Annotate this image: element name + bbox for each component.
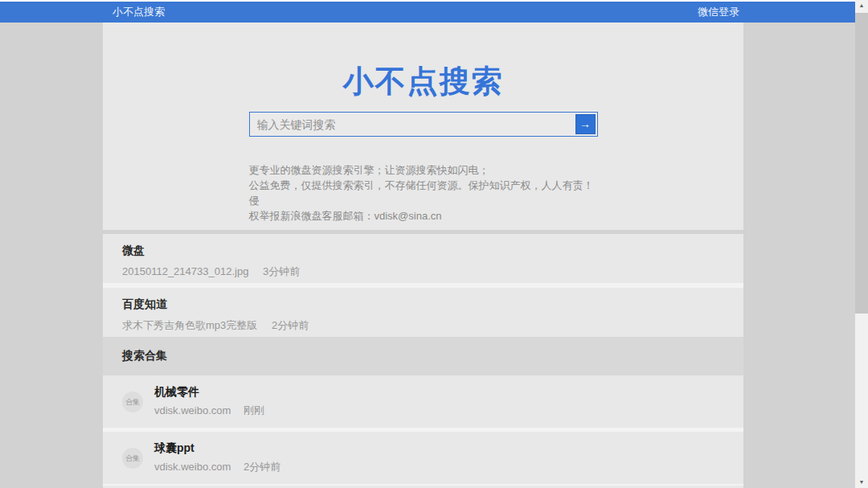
result-filename[interactable]: 求木下秀吉角色歌mp3完整版 [122, 319, 257, 331]
collection-timestamp: 刚刚 [244, 404, 264, 416]
collections-heading: 搜索合集 [103, 337, 743, 375]
section-heading: 百度知道 [122, 297, 724, 312]
search-input[interactable] [250, 113, 597, 136]
navbar-brand-link[interactable]: 小不点搜索 [113, 5, 165, 19]
arrow-right-icon: → [579, 117, 591, 130]
collection-text: 机械零件 vdisk.weibo.com 刚刚 [154, 385, 264, 418]
collection-timestamp: 2分钟前 [244, 461, 280, 473]
section-subline: 求木下秀吉角色歌mp3完整版 2分钟前 [122, 318, 724, 333]
main-content-column: 小不点搜索 → 更专业的微盘资源搜索引擎；让资源搜索快如闪电； 公益免费，仅提供… [103, 23, 743, 488]
collections-heading-label: 搜索合集 [122, 349, 167, 363]
collection-text: 球囊ppt vdisk.weibo.com 2分钟前 [154, 441, 280, 474]
result-timestamp: 2分钟前 [272, 319, 309, 331]
search-submit-button[interactable]: → [575, 114, 596, 134]
scrollbar-thumb[interactable] [855, 13, 868, 314]
collection-title[interactable]: 机械零件 [154, 385, 264, 400]
description-line: 更专业的微盘资源搜索引擎；让资源搜索快如闪电； [249, 162, 598, 178]
collection-title[interactable]: 球囊ppt [154, 441, 280, 456]
section-subline: 20150112_214733_012.jpg 3分钟前 [122, 265, 724, 279]
result-timestamp: 3分钟前 [263, 265, 300, 277]
site-description: 更专业的微盘资源搜索引擎；让资源搜索快如闪电； 公益免费，仅提供搜索索引，不存储… [249, 162, 598, 223]
list-item-baiduzhidao[interactable]: 百度知道 求木下秀吉角色歌mp3完整版 2分钟前 [103, 288, 743, 337]
search-box: → [249, 112, 598, 137]
list-item-weipan[interactable]: 微盘 20150112_214733_012.jpg 3分钟前 [103, 234, 743, 283]
top-navbar: 小不点搜索 微信登录 [0, 2, 855, 23]
site-title: 小不点搜索 [103, 61, 743, 102]
collection-domain: vdisk.weibo.com [154, 404, 231, 416]
collection-badge-icon: 合集 [122, 448, 143, 469]
collection-subline: vdisk.weibo.com 刚刚 [154, 404, 264, 418]
section-heading: 微盘 [122, 244, 724, 258]
description-line: 权举报新浪微盘客服邮箱：vdisk@sina.cn [249, 208, 598, 223]
collection-subline: vdisk.weibo.com 2分钟前 [154, 460, 280, 474]
wechat-login-link[interactable]: 微信登录 [698, 5, 739, 19]
result-filename[interactable]: 20150112_214733_012.jpg [122, 265, 248, 277]
collection-item[interactable]: 合集 机械零件 vdisk.weibo.com 刚刚 [103, 375, 743, 428]
scroll-up-icon[interactable]: ▲ [855, 0, 868, 11]
collection-badge-icon: 合集 [122, 392, 143, 412]
search-hero-section: 小不点搜索 → 更专业的微盘资源搜索引擎；让资源搜索快如闪电； 公益免费，仅提供… [103, 23, 743, 230]
description-line: 公益免费，仅提供搜索索引，不存储任何资源。保护知识产权，人人有责！侵 [249, 178, 598, 208]
collection-item[interactable]: 合集 球囊ppt vdisk.weibo.com 2分钟前 [103, 432, 743, 484]
collection-domain: vdisk.weibo.com [154, 461, 231, 473]
vertical-scrollbar[interactable]: ▲ ▼ [855, 0, 868, 488]
scroll-down-icon[interactable]: ▼ [855, 477, 868, 488]
